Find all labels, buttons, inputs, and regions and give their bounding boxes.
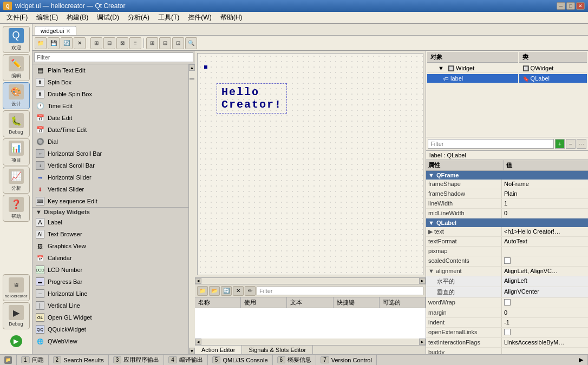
scroll-thumb[interactable] (190, 78, 194, 79)
prop-align-h-val[interactable]: AlignLeft (502, 276, 588, 287)
list-item-graphicsview[interactable]: 🖼 Graphics View (32, 240, 188, 252)
prop-scaledcontents-val[interactable] (502, 256, 588, 266)
toolbar-save[interactable]: 💾 (48, 37, 60, 49)
toolbar-grid[interactable]: ⊞ (146, 37, 158, 49)
toolbar-zoom[interactable]: 🔍 (185, 37, 197, 49)
obj-row-label[interactable]: 🏷 label 🔖 QLabel (427, 74, 587, 83)
status-compileoutput[interactable]: 4 编译输出 (164, 355, 208, 365)
list-item-label[interactable]: A Label (32, 216, 188, 228)
action-scroll-right[interactable]: ► (419, 339, 426, 345)
sidebar-projects[interactable]: 📊 项目 (3, 138, 30, 165)
list-item-hline[interactable]: ─ Horizontal Line (32, 288, 188, 300)
status-qmlconsole[interactable]: 5 QML/JS Console (208, 355, 273, 365)
menu-edit[interactable]: 编辑(E) (32, 12, 62, 23)
prop-align-v-val[interactable]: AlignVCenter (502, 287, 588, 297)
list-item-calendar[interactable]: 📅 Calendar (32, 252, 188, 264)
window-controls[interactable]: ─ □ ✕ (557, 2, 585, 10)
toolbar-delete[interactable]: ✕ (74, 37, 86, 49)
prop-wordwrap-val[interactable] (502, 298, 588, 308)
status-icon-area[interactable]: 📁 (0, 355, 17, 365)
section-display-toggle[interactable]: ▼ (36, 209, 42, 215)
action-scroll-left[interactable]: ◄ (195, 339, 201, 345)
alignment-expand[interactable]: ▼ (428, 268, 434, 274)
menu-build[interactable]: 构建(B) (62, 12, 93, 23)
list-item-vline[interactable]: │ Vertical Line (32, 300, 188, 311)
tab-widget-ui[interactable]: widget.ui ✕ (35, 26, 76, 35)
prop-more-btn[interactable]: ⋯ (577, 139, 586, 149)
status-problems[interactable]: 1 问题 (17, 355, 49, 365)
canvas-scroll-left[interactable]: ◄ (195, 278, 201, 284)
list-item-timeedit[interactable]: 🕐 Time Edit (32, 100, 188, 112)
list-item-datetimeedit[interactable]: 📅 Date/Time Edit (32, 124, 188, 136)
sidebar-hellocreator[interactable]: 🖥 hellocreator (3, 274, 30, 301)
sidebar-edit[interactable]: ✏️ 编辑 (3, 54, 30, 81)
hello-creator-label[interactable]: Hello Creator! (217, 83, 287, 114)
canvas-scroll-right[interactable]: ► (419, 278, 426, 284)
new-action-btn[interactable]: 📁 (197, 286, 208, 296)
list-item-vscroll[interactable]: ↕ Vertical Scroll Bar (32, 160, 188, 171)
toolbar-folder[interactable]: 📁 (35, 37, 47, 49)
action-filter-input[interactable] (257, 287, 423, 295)
toolbar-refresh[interactable]: 🔄 (61, 37, 73, 49)
list-item-hslider[interactable]: ➡ Horizontal Slider (32, 171, 188, 183)
canvas-container[interactable]: Hello Creator! (195, 51, 426, 277)
menu-help[interactable]: 帮助(H) (216, 12, 247, 23)
delete-action-btn[interactable]: ✕ (233, 286, 244, 296)
obj-row-widget[interactable]: ▼ 🔲 Widget 🔲 QWidget (427, 64, 587, 73)
sidebar-welcome[interactable]: Q 欢迎 (3, 26, 30, 53)
tab-signals-slots[interactable]: Signals & Slots Editor (242, 346, 313, 354)
maximize-button[interactable]: □ (566, 2, 575, 10)
list-item-hscroll[interactable]: ↔ Horizontal Scroll Bar (32, 148, 188, 160)
prop-alignment-val[interactable]: AlignLeft, AlignVC… (502, 267, 588, 276)
toolbar-grid2[interactable]: ⊟ (159, 37, 171, 49)
toolbar-break[interactable]: ⊡ (172, 37, 184, 49)
list-item-textbrowser[interactable]: AI Text Browser (32, 228, 188, 240)
open-action-btn[interactable]: 📂 (209, 286, 220, 296)
status-vcs[interactable]: 7 Version Control (316, 355, 377, 365)
scroll-up-arrow[interactable]: ▲ (189, 64, 195, 71)
menu-debug[interactable]: 调试(D) (93, 12, 123, 23)
list-item-qwebview[interactable]: 🌐 QWebView (32, 335, 188, 347)
toolbar-align-h[interactable]: ⊟ (103, 37, 115, 49)
sidebar-design[interactable]: 🎨 设计 (3, 82, 30, 109)
prop-textformat-val[interactable]: AutoText (502, 237, 588, 246)
openextlinks-checkbox[interactable] (504, 329, 511, 335)
tab-close-icon[interactable]: ✕ (66, 28, 70, 34)
toolbar-align-left[interactable]: ⊞ (90, 37, 102, 49)
prop-margin-val[interactable]: 0 (502, 308, 588, 317)
sidebar-debug[interactable]: 🐛 Debug (3, 110, 30, 137)
prop-indent-val[interactable]: -1 (502, 318, 588, 327)
prop-filter-input[interactable] (428, 139, 554, 149)
wordwrap-checkbox[interactable] (504, 299, 511, 306)
qlabel-toggle[interactable]: ▼ (428, 220, 434, 226)
status-search[interactable]: 2 Search Results (49, 355, 109, 365)
prop-text-val[interactable]: <h1>Hello Creator!… (502, 227, 588, 236)
status-summary[interactable]: 6 概要信息 (273, 355, 317, 365)
qframe-toggle[interactable]: ▼ (428, 172, 434, 178)
prop-openextlinks-val[interactable] (502, 328, 588, 337)
minimize-button[interactable]: ─ (557, 2, 565, 10)
handle-mr[interactable] (204, 65, 207, 69)
edit-action-btn[interactable]: ✏ (245, 286, 256, 296)
menu-file[interactable]: 文件(F) (2, 12, 32, 23)
menu-controls[interactable]: 控件(W) (184, 12, 215, 23)
canvas-hscroll[interactable]: ◄ ► (195, 277, 426, 284)
refresh-action-btn[interactable]: 🔄 (221, 286, 232, 296)
sidebar-debug2[interactable]: ▶ Debug (3, 302, 30, 329)
prop-frameshape-val[interactable]: NoFrame (502, 180, 588, 189)
status-appoutput[interactable]: 3 应用程序输出 (109, 355, 165, 365)
prop-remove-btn[interactable]: − (566, 139, 576, 149)
close-button[interactable]: ✕ (576, 2, 585, 10)
scaledcontents-checkbox[interactable] (504, 257, 511, 264)
widget-filter-input[interactable] (34, 52, 193, 62)
prop-linewidth-val[interactable]: 1 (502, 199, 588, 208)
sidebar-analyze[interactable]: 📈 分析 (3, 167, 30, 194)
list-item-qquick[interactable]: QQ QQuickWidget (32, 323, 188, 335)
tab-action-editor[interactable]: Action Editor (195, 346, 242, 354)
scroll-down-arrow[interactable]: ▼ (189, 348, 195, 354)
prop-textinteraction-val[interactable]: LinksAccessibleByM… (502, 338, 588, 347)
canvas-inner[interactable]: Hello Creator! (197, 53, 423, 275)
list-item-dateedit[interactable]: 📅 Date Edit (32, 112, 188, 124)
list-item-doublespinbox[interactable]: ⬆ Double Spin Box (32, 88, 188, 100)
list-item-progressbar[interactable]: ▬ Progress Bar (32, 276, 188, 288)
